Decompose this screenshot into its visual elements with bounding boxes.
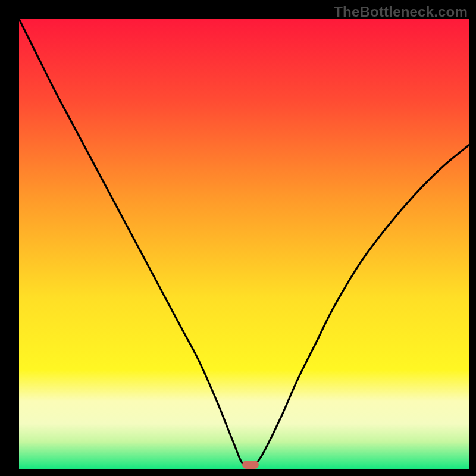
gradient-background — [19, 19, 469, 469]
bottleneck-plot — [0, 0, 476, 476]
watermark-text: TheBottleneck.com — [334, 4, 468, 20]
optimal-point-marker — [242, 461, 259, 469]
chart-stage: TheBottleneck.com — [0, 0, 476, 476]
